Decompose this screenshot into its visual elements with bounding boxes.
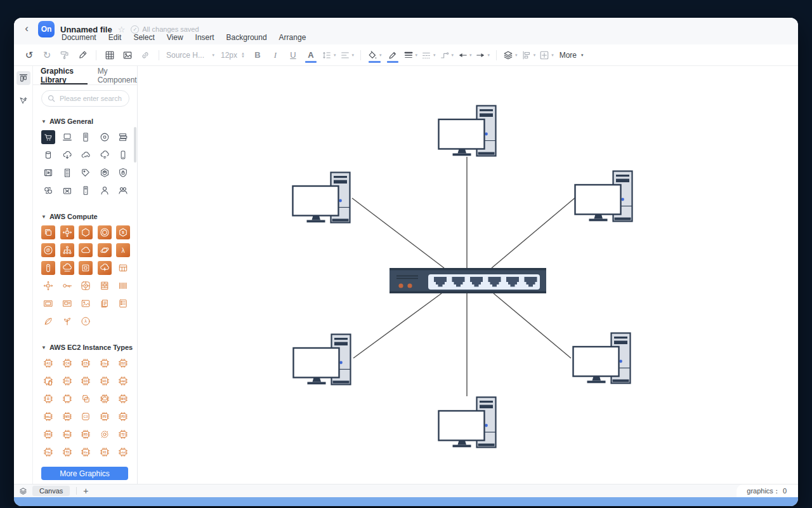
shape-tag-key[interactable] — [79, 166, 93, 180]
toolbar-arrow-start[interactable]: ▾ — [457, 48, 472, 63]
shape-ec2-P2[interactable]: P2 — [98, 410, 112, 424]
shape-forums[interactable] — [41, 184, 55, 197]
shape-multimedia[interactable] — [41, 166, 55, 180]
toolbar-fill-color[interactable]: ▾ — [367, 48, 382, 63]
section-header-aws-compute[interactable]: ▼AWS Compute — [41, 213, 137, 220]
shape-ec2-z1d[interactable]: z1d — [116, 445, 130, 459]
pages-stack-icon[interactable] — [19, 487, 27, 495]
shape-search-box[interactable] — [41, 90, 129, 107]
shape-ec2-X1[interactable]: X1 — [98, 445, 112, 459]
menu-background[interactable]: Background — [226, 33, 267, 42]
shape-savings-plans[interactable]: $ — [116, 225, 130, 239]
shape-ec2-R4[interactable]: R4 — [41, 427, 55, 441]
shape-snapshot-image[interactable] — [79, 297, 93, 311]
toolbar-italic[interactable]: I — [268, 48, 282, 63]
shape-seedling[interactable] — [60, 314, 74, 328]
network-link[interactable] — [352, 198, 444, 268]
toolbar-distribute[interactable]: ▾ — [539, 48, 554, 63]
network-link[interactable] — [494, 293, 571, 358]
toolbar-line-width[interactable]: ▾ — [403, 48, 418, 63]
toolbar-format-brush[interactable] — [75, 48, 89, 63]
toolbar-redo[interactable]: ↻ — [40, 48, 54, 63]
network-switch[interactable] — [293, 106, 632, 448]
shape-cloud-wireless[interactable] — [98, 148, 112, 162]
shape-key-pair[interactable] — [60, 279, 74, 293]
menu-select[interactable]: Select — [133, 33, 154, 42]
shape-generic-storage[interactable] — [116, 130, 130, 144]
toolbar-insert-image[interactable] — [121, 48, 134, 63]
shape-cloud-burst[interactable] — [98, 261, 112, 275]
section-header-aws-ec2-instance-types[interactable]: ▼AWS EC2 Instance Types — [41, 344, 137, 351]
shape-compute-cloud[interactable] — [79, 243, 93, 257]
toolbar-layers[interactable]: ▾ — [503, 48, 518, 63]
shape-scale-arrows[interactable] — [41, 279, 55, 293]
shape-corporate-office[interactable] — [60, 166, 74, 180]
toolbar-connector-style[interactable]: ▾ — [440, 48, 454, 63]
toolbar-underline[interactable]: U — [286, 48, 300, 63]
tab-my-component[interactable]: My Component — [98, 66, 137, 84]
toolbar-undo[interactable]: ↺ — [22, 48, 36, 63]
shape-document-stack[interactable] — [98, 297, 112, 311]
shape-ec2-D2[interactable]: D2 — [116, 356, 130, 370]
menu-insert[interactable]: Insert — [195, 33, 214, 42]
shape-ec2-C4[interactable]: C4 — [60, 356, 74, 370]
toolbar-bold[interactable]: B — [251, 48, 265, 63]
app-logo[interactable]: On — [38, 21, 55, 37]
workstation-lower-right[interactable] — [573, 333, 631, 384]
shape-ec2-I3[interactable]: I3 — [41, 392, 55, 406]
shapes-panel-icon[interactable] — [16, 71, 30, 85]
shape-compute-optimizer[interactable] — [98, 225, 112, 239]
shape-ec2-H1[interactable]: H1 — [98, 374, 112, 388]
shape-cloud-upload[interactable] — [79, 148, 93, 162]
workstation-top[interactable] — [439, 106, 496, 156]
shape-task-checklist[interactable] — [116, 297, 130, 311]
workstation-upper-right[interactable] — [575, 171, 632, 222]
shape-cloud-download[interactable] — [60, 148, 74, 162]
toolbar-text-align[interactable]: ▾ — [340, 48, 355, 63]
toolbar-insert-table[interactable] — [103, 48, 117, 63]
add-page-button[interactable]: + — [83, 486, 88, 495]
shape-lambda[interactable]: λ — [116, 243, 130, 257]
section-header-aws-general[interactable]: ▼AWS General — [41, 117, 137, 125]
shape-container-barcode[interactable] — [116, 279, 130, 293]
toolbar-arrow-end[interactable]: ▾ — [476, 48, 490, 63]
toolbar-font-family-select[interactable]: Source H...▾ — [166, 51, 214, 60]
menu-view[interactable]: View — [167, 33, 183, 42]
menu-arrange[interactable]: Arrange — [279, 33, 306, 42]
back-button[interactable]: ‹ — [21, 22, 32, 35]
shape-server-tower[interactable] — [79, 184, 93, 197]
magic-wand-icon[interactable] — [16, 94, 30, 108]
shape-cloud-edge[interactable] — [60, 261, 74, 275]
network-link[interactable] — [353, 293, 442, 358]
shape-ec2-instances[interactable] — [41, 225, 55, 239]
shape-vm-table[interactable] — [116, 261, 130, 275]
shape-traditional-server[interactable] — [60, 130, 74, 144]
toolbar-line-height[interactable]: ▾ — [322, 48, 336, 63]
shape-chip-device[interactable] — [41, 374, 55, 388]
shape-ec2-C5[interactable]: C5 — [79, 356, 93, 370]
shape-chip-cloud[interactable] — [98, 392, 112, 406]
shape-user[interactable] — [98, 184, 112, 197]
more-graphics-button[interactable]: More Graphics — [41, 467, 128, 480]
shape-ec2-X1e[interactable]: X1e — [79, 445, 93, 459]
shape-app-container[interactable] — [79, 261, 93, 275]
shape-mobile-client[interactable] — [116, 148, 130, 162]
toolbar-insert-link[interactable] — [138, 48, 152, 63]
toolbar-font-size-select[interactable]: 12px▲▼ — [221, 51, 245, 60]
shape-shield-lock[interactable] — [116, 166, 130, 180]
shape-ec2-A1[interactable]: A1 — [41, 356, 55, 370]
toolbar-align-objects[interactable]: ▾ — [521, 48, 536, 63]
shape-toolkit[interactable] — [60, 184, 74, 197]
shape-lightsail[interactable] — [41, 261, 55, 275]
shape-auto-scaling[interactable] — [60, 225, 74, 239]
shape-ec2-T3[interactable]: T3 — [60, 445, 74, 459]
shape-ec2-R5[interactable]: R5 — [79, 427, 93, 441]
shape-server-rack[interactable] — [79, 130, 93, 144]
network-link[interactable] — [492, 197, 575, 268]
shape-ec2-M5[interactable]: M5 — [60, 410, 74, 424]
shape-region-target[interactable] — [79, 279, 93, 293]
shape-ec2-M4[interactable]: M4 — [116, 392, 130, 406]
shape-ec2-T3a[interactable]: T3a — [41, 445, 55, 459]
shape-disk[interactable] — [98, 130, 112, 144]
shape-leaf[interactable] — [41, 314, 55, 328]
